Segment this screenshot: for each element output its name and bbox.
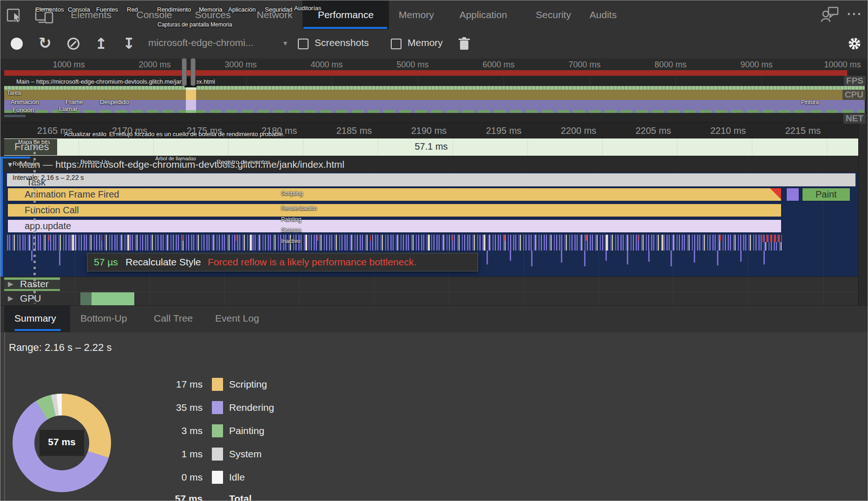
raster-expand-icon[interactable]: ▶ [8, 280, 13, 288]
overlay-bottomup: Bottom-Up [80, 158, 109, 165]
gpu-track[interactable]: ▶ GPU [0, 292, 858, 306]
tab-elements[interactable]: Elements [71, 0, 112, 29]
trash-icon[interactable] [458, 37, 470, 53]
tab-call-tree[interactable]: Call Tree [154, 313, 193, 324]
tab-application[interactable]: Application [460, 0, 507, 29]
tab-event-log[interactable]: Event Log [215, 313, 259, 324]
collapse-icon[interactable]: ▾ [8, 159, 12, 170]
window-highlight-rendering [186, 100, 196, 110]
cpu-scripting-band [4, 90, 865, 100]
summary-pane: Range: 2.16 s – 2.22 s 57 ms 17 ms Scrip… [0, 332, 868, 501]
tab-bottom-up[interactable]: Bottom-Up [80, 313, 127, 324]
overlay-cat-painting: Painting [281, 216, 301, 223]
detail-ruler: 2165 ms 2170 ms 2175 ms 2180 ms 2185 ms … [0, 122, 868, 138]
legend-swatch-system [212, 448, 223, 461]
frames-track[interactable]: Frames 57.1 ms Mapa de bits [0, 138, 868, 157]
legend-total-label: Total [229, 493, 252, 501]
tab-performance-underline [303, 27, 387, 29]
tooltip-title: Recalculate Style [125, 257, 201, 267]
overlay-cat-scripting: Scripting [281, 190, 303, 197]
flame-bar-function-call[interactable]: Function Call [7, 203, 782, 218]
overview-tick: 2000 ms [138, 60, 171, 70]
cpu-label: CPU [842, 90, 866, 100]
overlay-resumen: Resumen [13, 160, 39, 167]
tab-summary[interactable]: Summary [14, 313, 56, 324]
deep-call-bar [59, 250, 60, 265]
tab-summary-underline [14, 329, 61, 331]
overview-tick: 7000 ms [568, 60, 600, 70]
deep-call-bar [627, 250, 628, 264]
fps-red-bar [4, 70, 847, 76]
detail-tick: 2185 ms [336, 125, 372, 136]
overlay-despedido: Despedido [100, 99, 129, 105]
tab-network[interactable]: Network [256, 0, 292, 29]
event-tooltip: 57 µs Recalculate Style Forced reflow is… [87, 253, 478, 271]
overview-tick: 10000 ms [824, 60, 861, 70]
overview-tick: 9000 ms [740, 60, 772, 70]
flame-bar-animation-frame-fired[interactable]: Animation Frame Fired [7, 187, 782, 202]
detail-tick: 2215 ms [785, 125, 821, 136]
overlay-tab-seguridad: Seguridad [265, 6, 292, 13]
tooltip-warning: Forced reflow is a likely performance bo… [208, 257, 416, 267]
timeline-overview[interactable]: 1000 ms 2000 ms 3000 ms 4000 ms 5000 ms … [0, 59, 868, 122]
deep-call-bar [763, 250, 765, 264]
main-track-header[interactable]: ▾ Main — https://microsoft-edge-chromium… [0, 157, 868, 172]
net-request-bar [4, 115, 26, 117]
feedback-icon[interactable] [821, 6, 839, 26]
window-highlight-painting [186, 110, 196, 113]
track-accent-hline [0, 157, 30, 158]
legend-label: Painting [229, 425, 264, 436]
deep-call-bar [584, 250, 585, 266]
overlay-cat-sistema: Sistema [281, 227, 301, 233]
gpu-label: GPU [20, 293, 41, 304]
summary-range: Range: 2.16 s – 2.22 s [9, 342, 112, 354]
overlay-tab-memoria: Memoria [199, 6, 223, 13]
window-left-handle[interactable] [182, 58, 187, 86]
tab-security[interactable]: Security [536, 0, 571, 29]
detail-tick: 2190 ms [411, 125, 447, 136]
raster-track[interactable]: ▶ Raster [0, 277, 858, 292]
memory-checkbox[interactable] [391, 39, 401, 49]
window-right-handle[interactable] [191, 58, 196, 86]
flame-bar-app-update[interactable]: app.update [7, 219, 782, 233]
detail-tick: 2200 ms [561, 125, 597, 136]
legend-label: Scripting [229, 379, 267, 390]
gpu-expand-icon[interactable]: ▶ [8, 294, 13, 303]
net-row [0, 113, 868, 122]
tab-audits[interactable]: Audits [590, 0, 617, 29]
clear-icon[interactable] [67, 38, 79, 50]
memory-label[interactable]: Memory [408, 37, 443, 48]
record-button[interactable] [11, 38, 23, 50]
overlay-capture-memory: Capturas de pantalla Memoria [158, 21, 232, 28]
legend-label: Rendering [229, 402, 274, 413]
gpu-activity-bar [92, 292, 134, 305]
flame-stripe-band[interactable] [7, 235, 782, 250]
load-profile-icon[interactable]: ↥ [95, 35, 107, 53]
deep-call-bar [487, 250, 488, 264]
tab-memory[interactable]: Memory [399, 0, 434, 29]
tab-performance[interactable]: Performance [318, 0, 374, 29]
deep-call-bar [648, 250, 650, 262]
more-options-icon[interactable]: ⋯ [846, 4, 863, 23]
flame-bar-paint[interactable]: Paint [802, 187, 851, 202]
inspect-icon[interactable] [6, 7, 24, 26]
legend-value: 17 ms [142, 379, 203, 390]
legend-swatch-painting [212, 424, 223, 437]
stripe-warning-ticks [7, 235, 782, 241]
flame-bar-rasterize[interactable] [786, 187, 800, 202]
overview-tick: 4000 ms [310, 60, 342, 70]
gear-icon[interactable] [847, 36, 862, 53]
deep-call-bar [605, 250, 607, 261]
deep-call-bar [717, 250, 718, 265]
overview-ruler: 1000 ms 2000 ms 3000 ms 4000 ms 5000 ms … [0, 59, 868, 70]
screenshots-label[interactable]: Screenshots [315, 37, 369, 48]
reload-icon[interactable]: ↻ [39, 34, 52, 52]
overlay-forced-reflow: El reflujo forzado es un cuello de botel… [109, 131, 285, 138]
screenshots-checkbox[interactable] [298, 39, 309, 49]
save-profile-icon[interactable]: ↧ [123, 35, 135, 53]
chevron-down-icon[interactable]: ▼ [282, 40, 289, 47]
profile-select[interactable]: microsoft-edge-chromi... [148, 37, 253, 48]
donut-center-label: 57 ms [48, 436, 76, 448]
legend-value: 35 ms [142, 402, 203, 413]
flame-bar-task[interactable]: Task Intervalo: 2,16 s – 2,22 s [7, 173, 855, 186]
